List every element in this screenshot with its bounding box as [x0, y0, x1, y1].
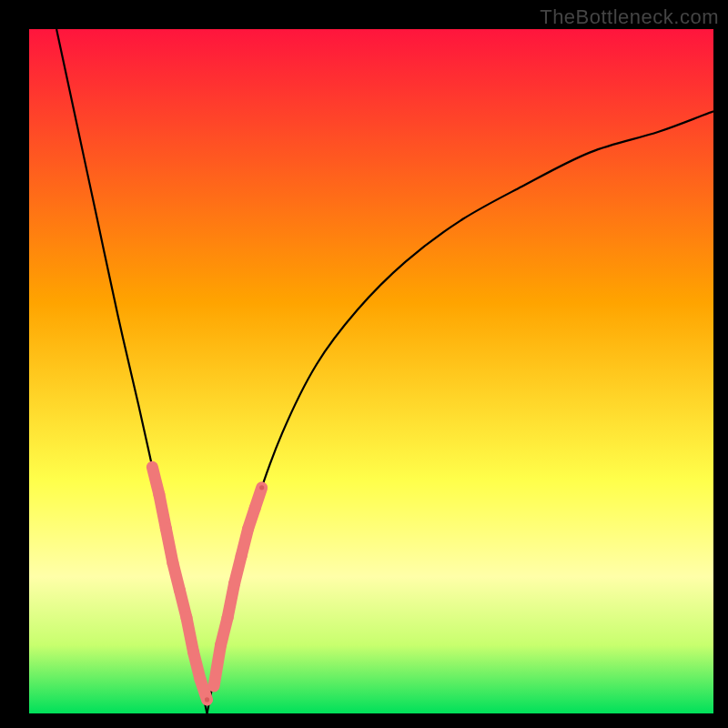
chart-frame: TheBottleneck.com	[0, 0, 728, 728]
highlight-segment	[200, 679, 207, 700]
plot-area	[29, 29, 713, 713]
highlight-segment	[214, 645, 221, 686]
right-curve	[207, 111, 713, 713]
curve-layer	[29, 29, 713, 713]
highlight-joint	[259, 485, 264, 490]
highlight-markers	[152, 467, 264, 702]
highlight-segment	[255, 488, 262, 509]
watermark-text: TheBottleneck.com	[540, 5, 719, 29]
highlight-joint	[205, 697, 209, 702]
